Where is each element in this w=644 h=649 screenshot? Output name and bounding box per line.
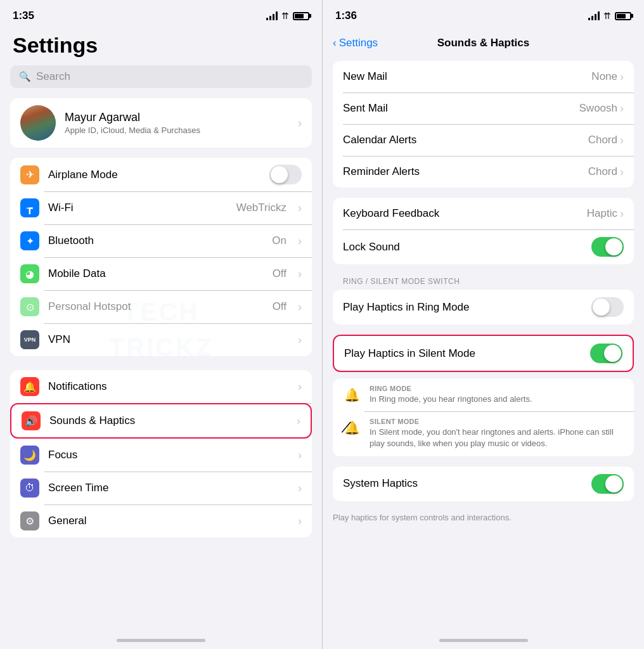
general-row[interactable]: ⚙ General › — [10, 504, 312, 537]
chevron-icon: › — [620, 102, 624, 115]
sounds-row[interactable]: 🔊 Sounds & Haptics › — [10, 403, 312, 439]
chevron-icon: › — [620, 207, 624, 221]
chevron-icon: › — [298, 202, 302, 215]
system-haptics-row[interactable]: System Haptics — [333, 466, 634, 501]
nav-bar: ‹ Settings Sounds & Haptics — [323, 28, 644, 56]
silent-mode-title: SILENT MODE — [370, 418, 624, 425]
status-icons-left: ⇈ — [266, 11, 309, 21]
system-haptics-label: System Haptics — [343, 477, 591, 490]
lock-sound-row[interactable]: Lock Sound — [333, 229, 634, 264]
wifi-icon: ┲ — [20, 198, 39, 217]
bluetooth-value: On — [272, 235, 287, 247]
bluetooth-icon: ✦ — [20, 231, 39, 250]
chevron-icon: › — [298, 235, 302, 248]
lock-sound-toggle[interactable] — [591, 237, 624, 257]
signal-icon — [588, 11, 600, 20]
notifications-row[interactable]: 🔔 Notifications › — [10, 370, 312, 403]
mobile-data-icon: ◕ — [20, 264, 39, 283]
mobile-data-label: Mobile Data — [48, 267, 264, 280]
hotspot-row[interactable]: ⊙ Personal Hotspot Off › — [10, 290, 312, 323]
silent-mode-row: 🔔 ̸ SILENT MODE In Silent mode, you don'… — [333, 411, 634, 456]
system-haptics-card: System Haptics — [333, 466, 634, 501]
airplane-toggle[interactable] — [269, 165, 302, 184]
general-label: General — [48, 515, 289, 527]
status-bar-left: 1:35 ⇈ — [0, 0, 322, 28]
profile-name: Mayur Agarwal — [65, 111, 289, 124]
silent-mode-desc: In Silent mode, you don't hear ringtones… — [370, 427, 624, 449]
bluetooth-row[interactable]: ✦ Bluetooth On › — [10, 224, 312, 257]
screen-time-row[interactable]: ⏱ Screen Time › — [10, 472, 312, 504]
mobile-data-row[interactable]: ◕ Mobile Data Off › — [10, 257, 312, 290]
play-haptics-ring-toggle[interactable] — [591, 297, 624, 317]
signal-icon — [266, 11, 278, 20]
chevron-icon: › — [298, 117, 302, 130]
left-panel: 1:35 ⇈ TECHTRICKZ Settings 🔍 Search — [0, 0, 322, 649]
keyboard-feedback-value: Haptic — [587, 207, 617, 220]
vpn-row[interactable]: VPN VPN › — [10, 323, 312, 356]
chevron-left-icon: ‹ — [333, 37, 337, 49]
play-haptics-silent-toggle[interactable] — [590, 344, 622, 363]
chevron-icon: › — [298, 482, 302, 495]
reminder-alerts-row[interactable]: Reminder Alerts Chord › — [333, 156, 634, 188]
play-haptics-ring-row[interactable]: Play Haptics in Ring Mode — [333, 290, 634, 324]
chevron-icon: › — [298, 333, 302, 347]
airplane-icon: ✈ — [20, 165, 39, 184]
notifications-icon: 🔔 — [20, 377, 39, 396]
sounds-icon: 🔊 — [22, 411, 41, 430]
profile-card[interactable]: Mayur Agarwal Apple ID, iCloud, Media & … — [10, 98, 312, 148]
search-placeholder: Search — [36, 70, 70, 83]
lock-sound-label: Lock Sound — [343, 241, 591, 254]
calendar-alerts-row[interactable]: Calendar Alerts Chord › — [333, 124, 634, 156]
keyboard-feedback-row[interactable]: Keyboard Feedback Haptic › — [333, 198, 634, 229]
silent-mode-text: SILENT MODE In Silent mode, you don't he… — [370, 418, 624, 449]
chevron-icon: › — [620, 165, 624, 179]
play-haptics-silent-row[interactable]: Play Haptics in Silent Mode — [334, 336, 633, 371]
search-icon: 🔍 — [19, 71, 31, 82]
ring-mode-desc: In Ring mode, you hear ringtones and ale… — [370, 394, 624, 405]
mobile-data-value: Off — [273, 267, 287, 280]
profile-row[interactable]: Mayur Agarwal Apple ID, iCloud, Media & … — [10, 98, 312, 148]
left-content: TECHTRICKZ Settings 🔍 Search Mayur Agarw… — [0, 28, 322, 631]
alert-sounds-card: New Mail None › Sent Mail Swoosh › Calen… — [333, 61, 634, 188]
hotspot-label: Personal Hotspot — [48, 300, 264, 313]
search-bar[interactable]: 🔍 Search — [10, 65, 312, 88]
calendar-alerts-value: Chord — [588, 134, 617, 146]
system-haptics-desc: Play haptics for system controls and int… — [333, 513, 512, 522]
right-panel: 1:36 ⇈ ‹ Settings Sounds & Haptics New M… — [322, 0, 644, 649]
focus-row[interactable]: 🌙 Focus › — [10, 439, 312, 472]
status-icons-right: ⇈ — [588, 11, 631, 21]
chevron-icon: › — [298, 380, 302, 394]
reminder-alerts-label: Reminder Alerts — [343, 165, 588, 178]
general-icon: ⚙ — [20, 511, 39, 530]
ring-mode-icon: 🔔 — [343, 386, 361, 404]
play-haptics-silent-label: Play Haptics in Silent Mode — [344, 347, 590, 360]
wifi-label: Wi-Fi — [48, 202, 228, 214]
chevron-icon: › — [298, 300, 302, 314]
screen-time-icon: ⏱ — [20, 479, 39, 498]
system-haptics-toggle[interactable] — [591, 474, 624, 494]
wifi-row[interactable]: ┲ Wi-Fi WebTrickz › — [10, 191, 312, 224]
avatar — [20, 105, 56, 141]
reminder-alerts-value: Chord — [588, 165, 617, 178]
play-haptics-ring-label: Play Haptics in Ring Mode — [343, 301, 591, 314]
new-mail-row[interactable]: New Mail None › — [333, 61, 634, 93]
hotspot-value: Off — [273, 300, 287, 313]
back-button[interactable]: ‹ Settings — [333, 37, 378, 49]
new-mail-value: None — [591, 70, 617, 83]
chevron-icon: › — [298, 267, 302, 281]
airplane-row[interactable]: ✈ Airplane Mode — [10, 158, 312, 191]
wifi-status-icon: ⇈ — [281, 11, 289, 21]
silent-mode-icon: 🔔 ̸ — [343, 419, 361, 437]
screen-time-label: Screen Time — [48, 482, 289, 494]
sounds-row-wrapper: 🔊 Sounds & Haptics › — [10, 403, 312, 439]
focus-icon: 🌙 — [20, 446, 39, 465]
back-label: Settings — [339, 37, 378, 49]
sounds-label: Sounds & Haptics — [49, 414, 288, 427]
nav-title: Sounds & Haptics — [437, 37, 529, 49]
bluetooth-label: Bluetooth — [48, 235, 263, 247]
time-right: 1:36 — [335, 10, 357, 22]
ring-mode-text: RING MODE In Ring mode, you hear rington… — [370, 385, 624, 405]
focus-label: Focus — [48, 449, 289, 461]
sent-mail-row[interactable]: Sent Mail Swoosh › — [333, 93, 634, 124]
ring-silent-label: RING / SILENT MODE SWITCH — [323, 274, 644, 290]
